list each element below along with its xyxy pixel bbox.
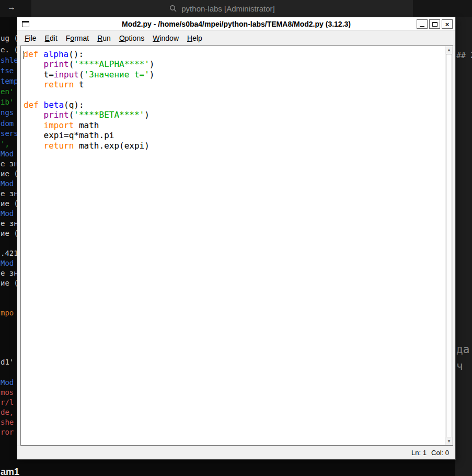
background-text-fragment: sers <box>1 129 18 138</box>
background-text-fragment: Mod <box>1 209 14 218</box>
background-text-fragment: shlе <box>1 56 18 64</box>
menu-run[interactable]: Run <box>93 32 115 44</box>
background-text-fragment: ие ( <box>1 279 18 287</box>
code-line-5 <box>24 90 445 100</box>
arrow-icon: → <box>7 3 16 12</box>
code-line-7: print('****BETA****') <box>24 110 445 120</box>
background-text-fragment: е зн <box>1 219 18 228</box>
background-text-fragment: ие ( <box>1 229 18 237</box>
background-text-fragment: mos <box>1 388 14 396</box>
menu-bar: FileEditFormatRunOptionsWindowHelp <box>17 31 455 46</box>
maximize-icon <box>432 22 438 27</box>
background-text-fragment: ие ( <box>1 199 18 208</box>
background-text-fragment: Mod <box>1 179 14 188</box>
minimize-button[interactable] <box>417 19 428 29</box>
terminal-tab-title: python-labs [Administrator] <box>181 4 274 13</box>
background-text-fragment: e. ( <box>1 46 18 54</box>
code-editor[interactable]: def alpha(): print('****ALPHA****') t=in… <box>21 46 445 445</box>
background-text-fragment: ug ( <box>1 34 18 42</box>
background-text-fragment: tse <box>1 66 14 75</box>
menu-window[interactable]: Window <box>148 32 183 44</box>
window-titlebar[interactable]: Mod2.py - /home/s0ba4/mpei/python-labs/T… <box>17 17 455 31</box>
background-text-fragment: Mod <box>1 259 14 267</box>
terminal-tab[interactable]: python-labs [Administrator] <box>31 0 413 17</box>
code-line-9: expi=q*math.pi <box>24 130 445 140</box>
code-line-6: def beta(q): <box>24 100 445 110</box>
background-text-fragment: ', <box>1 140 9 148</box>
background-text-fragment: Mod <box>1 150 14 158</box>
background-text-fragment: е зн <box>1 269 18 277</box>
menu-options[interactable]: Options <box>115 32 148 44</box>
background-text-fragment: am1 <box>1 467 19 476</box>
column-indicator: Col: 0 <box>431 449 449 457</box>
background-text-fragment: ие ( <box>1 169 18 178</box>
code-line-2: print('****ALPHA****') <box>24 59 445 69</box>
scroll-down-arrow[interactable]: ▼ <box>445 437 453 445</box>
code-line-8: import math <box>24 120 445 130</box>
background-text-fragment: е зн <box>1 189 18 198</box>
background-text-fragment: .421 <box>1 249 18 257</box>
code-line-3: t=input('Значение t=') <box>24 70 445 80</box>
vertical-scrollbar[interactable]: ▲ ▼ <box>445 46 453 445</box>
line-indicator: Ln: 1 <box>411 449 427 457</box>
search-icon <box>169 5 177 13</box>
terminal-titlebar: → python-labs [Administrator] <box>0 0 472 17</box>
code-line-4: return t <box>24 80 445 89</box>
background-text-fragment: de, <box>1 408 14 416</box>
close-button[interactable]: × <box>442 19 453 29</box>
background-text-fragment: dom <box>1 119 14 128</box>
editor-area: def alpha(): print('****ALPHA****') t=in… <box>20 46 453 446</box>
background-right-pane <box>455 17 472 476</box>
close-icon: × <box>445 21 450 28</box>
background-text-fragment: Mod <box>1 378 14 387</box>
scrollbar-thumb[interactable] <box>446 54 452 437</box>
background-text-fragment: ror <box>1 428 14 436</box>
menu-edit[interactable]: Edit <box>41 32 62 44</box>
window-title: Mod2.py - /home/s0ba4/mpei/python-labs/T… <box>17 20 455 28</box>
idle-window: Mod2.py - /home/s0ba4/mpei/python-labs/T… <box>17 17 455 459</box>
background-text-fragment: ## 2 <box>456 51 472 60</box>
background-text-fragment: е зн <box>1 160 18 168</box>
background-text-fragment: ngs <box>1 108 14 117</box>
maximize-button[interactable] <box>429 19 440 29</box>
background-text-fragment: ib' <box>1 98 14 106</box>
background-text-fragment: temp <box>1 77 18 85</box>
background-text-fragment: r/l <box>1 398 14 406</box>
background-text-fragment: en' <box>1 87 14 96</box>
background-text-fragment: ч <box>456 360 463 372</box>
menu-format[interactable]: Format <box>62 32 93 44</box>
menu-file[interactable]: File <box>20 32 41 44</box>
status-bar: Ln: 1 Col: 0 <box>17 446 455 459</box>
background-text-fragment: да <box>456 343 469 356</box>
code-line-1: def alpha(): <box>24 49 445 59</box>
background-text-fragment: she <box>1 418 14 426</box>
minimize-icon <box>420 21 424 27</box>
window-icon <box>22 21 29 27</box>
menu-help[interactable]: Help <box>183 32 206 44</box>
scroll-up-arrow[interactable]: ▲ <box>445 46 453 54</box>
background-text-fragment: mpo <box>1 309 14 317</box>
background-text-fragment: d1' <box>1 358 14 366</box>
code-line-10: return math.exp(expi) <box>24 141 445 151</box>
window-controls: × <box>417 19 453 29</box>
